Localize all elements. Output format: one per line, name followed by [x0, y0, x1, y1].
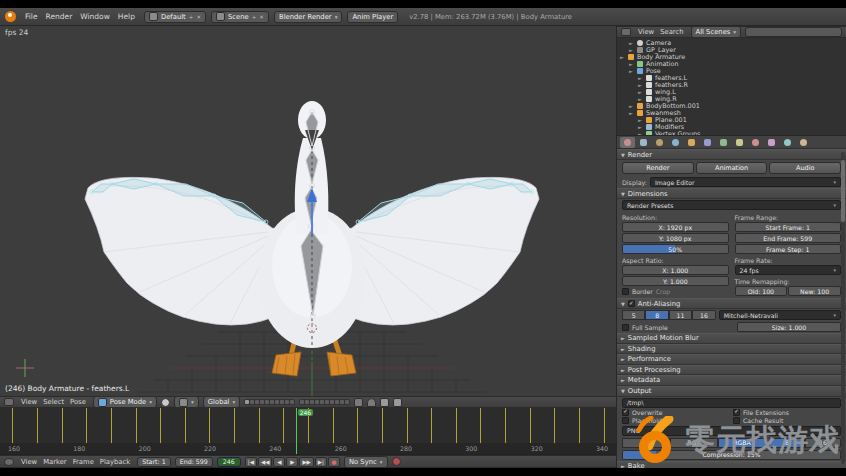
current-frame-field[interactable]: 246 [217, 457, 241, 467]
outliner-item[interactable]: ► wing.L [617, 88, 846, 95]
properties-scrollbar[interactable] [841, 152, 845, 464]
start-frame-field[interactable]: Start Frame: 1 [735, 222, 842, 232]
expand-arrow-icon[interactable]: ► [638, 124, 643, 130]
tab-world[interactable] [668, 137, 683, 148]
display-dropdown[interactable]: Image Editor ▾ [650, 177, 841, 187]
collapsed-panel-header[interactable]: ► Post Processing [617, 365, 846, 376]
close-icon[interactable]: ✕ [196, 14, 201, 20]
menu-item[interactable]: Render [42, 12, 77, 21]
transport-button[interactable]: ▶ [286, 457, 298, 467]
remap-new-field[interactable]: New: 100 [788, 286, 841, 296]
tab-texture[interactable] [764, 137, 779, 148]
render-engine-dropdown[interactable]: Blender Render ▾ [274, 11, 342, 23]
collapsed-panel-header[interactable]: ► Shading [617, 344, 846, 355]
pivot-dropdown[interactable]: ▾ [174, 396, 199, 408]
file-extensions-checkbox[interactable]: ✓ [733, 409, 740, 416]
tab-material[interactable] [748, 137, 763, 148]
render-presets-dropdown[interactable]: Render Presets ▾ [622, 200, 841, 210]
render-still-icon[interactable] [380, 398, 389, 407]
transport-button[interactable]: ◀ [273, 457, 285, 467]
menu-item[interactable]: Search [657, 28, 686, 36]
menu-item[interactable]: View [635, 28, 657, 36]
outliner-item[interactable]: ► Swanmesh [617, 109, 846, 116]
menu-item[interactable]: View [18, 458, 40, 466]
frame-step-field[interactable]: Frame Step: 1 [735, 244, 842, 254]
menu-item[interactable]: Pose [67, 398, 89, 406]
aa-filter-dropdown[interactable]: Mitchell-Netravali ▾ [719, 310, 841, 320]
border-checkbox[interactable] [622, 288, 629, 295]
expand-arrow-icon[interactable]: ► [629, 103, 634, 109]
lock-icon[interactable] [354, 398, 363, 407]
snap-magnet-icon[interactable] [367, 398, 376, 407]
menu-item[interactable]: Help [114, 12, 139, 21]
timeline-editor-icon[interactable] [4, 458, 14, 466]
expand-arrow-icon[interactable]: ► [638, 89, 643, 95]
aspect-x-field[interactable]: X: 1.000 [622, 265, 729, 275]
outliner-item[interactable]: ► Vertex Groups [617, 130, 846, 135]
remap-old-field[interactable]: Old: 100 [735, 286, 788, 296]
frame-start-field[interactable]: Start: 1 [137, 457, 171, 467]
menu-item[interactable]: Window [76, 12, 114, 21]
menu-item[interactable]: File [21, 12, 42, 21]
tab-particles[interactable] [780, 137, 795, 148]
output-path-field[interactable]: /tmp\ [622, 398, 841, 408]
transport-button[interactable]: |◀ [245, 457, 257, 467]
expand-arrow-icon[interactable]: ► [629, 110, 634, 116]
panel-header-dimensions[interactable]: ▼ Dimensions [617, 188, 846, 199]
aa-sample-button[interactable]: 8 [645, 310, 668, 320]
tab-scene[interactable] [652, 137, 667, 148]
timeline-current-line[interactable]: 246 [296, 408, 297, 454]
panel-header-antialiasing[interactable]: ▼ ✓ Anti-Aliasing [617, 298, 846, 309]
editor-type-icon[interactable] [4, 398, 14, 406]
plus-icon[interactable]: + [189, 14, 194, 20]
expand-arrow-icon[interactable]: ► [638, 96, 643, 102]
expand-arrow-icon[interactable]: ► [629, 68, 634, 74]
transport-button[interactable]: ◀◀ [258, 457, 272, 467]
expand-arrow-icon[interactable]: ► [629, 61, 634, 67]
menu-item[interactable]: Playback [97, 458, 133, 466]
fps-dropdown[interactable]: 24 fps ▾ [735, 265, 842, 275]
placeholders-checkbox[interactable] [622, 417, 629, 424]
tab-data[interactable] [732, 137, 747, 148]
outliner-item[interactable]: ► feathers.L [617, 74, 846, 81]
outliner-item[interactable]: ► feathers.R [617, 81, 846, 88]
expand-arrow-icon[interactable]: ► [638, 117, 643, 123]
sync-dropdown[interactable]: No Sync ▾ [344, 456, 388, 468]
mode-dropdown[interactable]: Pose Mode ▾ [93, 396, 157, 408]
transport-button[interactable]: ● [328, 457, 340, 467]
tab-render[interactable] [620, 137, 635, 148]
tab-physics[interactable] [796, 137, 811, 148]
render-button[interactable]: Render [622, 162, 694, 174]
menu-item[interactable]: Frame [70, 458, 97, 466]
panel-header-render[interactable]: ▼ Render [617, 149, 846, 160]
antialiasing-checkbox[interactable]: ✓ [628, 300, 635, 307]
tab-constraints[interactable] [700, 137, 715, 148]
outliner-item[interactable]: ► Pose [617, 67, 846, 74]
aa-sample-button[interactable]: 16 [692, 310, 715, 320]
close-icon[interactable]: ✕ [259, 14, 264, 20]
timeline-body[interactable]: 246 160180200220240260280300320340 [0, 408, 616, 455]
anim-player-button[interactable]: Anim Player [347, 11, 398, 23]
menu-item[interactable]: Select [40, 398, 67, 406]
menu-item[interactable]: View [18, 398, 40, 406]
panel-header-output[interactable]: ▼ Output [617, 386, 846, 397]
render-anim-icon[interactable] [393, 398, 402, 407]
screen-layout-dropdown[interactable]: Default + ✕ [144, 11, 206, 23]
outliner-scope-dropdown[interactable]: All Scenes ▾ [691, 26, 742, 38]
frame-end-field[interactable]: End: 599 [175, 457, 213, 467]
3d-viewport[interactable]: fps 24 (246) Body Armature - feathers.L [0, 26, 616, 396]
render-button[interactable]: Animation [696, 162, 768, 174]
render-button[interactable]: Audio [769, 162, 841, 174]
aa-size-field[interactable]: Size: 1.000 [737, 322, 841, 332]
end-frame-field[interactable]: End Frame: 599 [735, 233, 842, 243]
expand-arrow-icon[interactable]: ► [638, 82, 643, 88]
auto-keyframe-icon[interactable] [392, 457, 401, 466]
overwrite-checkbox[interactable]: ✓ [622, 409, 629, 416]
resolution-y-field[interactable]: Y: 1080 px [622, 233, 729, 243]
layers-widget[interactable] [244, 399, 295, 405]
outliner-editor-icon[interactable] [621, 28, 631, 36]
plus-icon[interactable]: + [252, 14, 257, 20]
orientation-dropdown[interactable]: Global ▾ [203, 396, 240, 408]
full-sample-checkbox[interactable] [622, 324, 629, 331]
expand-arrow-icon[interactable]: ► [638, 75, 643, 81]
